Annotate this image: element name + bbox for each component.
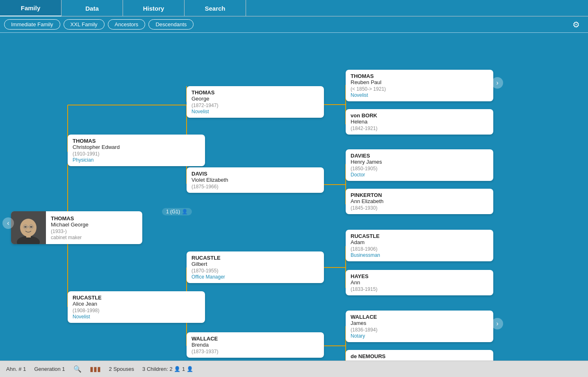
card-gg-matff[interactable]: RUCASTLE Adam (1818-1906) Businessman: [346, 230, 493, 261]
children-count: 3 Children: 2 👤 1 👤: [142, 366, 193, 372]
gg-matmf-arrow[interactable]: ›: [492, 318, 503, 329]
gg-matff-surname: RUCASTLE: [351, 233, 488, 239]
card-mother[interactable]: RUCASTLE Alice Jean (1908-1998) Novelist: [68, 291, 205, 323]
gg-matfm-dates: (1833-1915): [351, 286, 488, 292]
tab-search[interactable]: Search: [185, 0, 246, 16]
mother-occupation: Novelist: [73, 314, 200, 320]
card-gg-patmm[interactable]: PINKERTON Ann Elizabeth (1845-1930): [346, 189, 493, 214]
mat-gm-given: Brenda: [191, 342, 319, 348]
root-dates: (1933-): [51, 228, 89, 234]
nav-left-arrow[interactable]: ‹: [2, 217, 14, 229]
subtab-xxl[interactable]: XXL Family: [64, 19, 105, 30]
pat-gf-occupation: Novelist: [191, 109, 319, 114]
mother-surname: RUCASTLE: [73, 295, 200, 301]
chart-icon[interactable]: ▮▮▮: [90, 365, 101, 373]
gg-patmm-given: Ann Elizabeth: [351, 198, 488, 204]
gg-patmm-surname: PINKERTON: [351, 192, 488, 198]
generation-status: Generation 1: [34, 366, 65, 372]
subtab-descendants[interactable]: Descendants: [148, 19, 194, 30]
father-given: Christopher Edward: [73, 144, 200, 150]
gg-matfm-surname: HAYES: [351, 273, 488, 279]
spouses-count: 2 Spouses: [109, 366, 134, 372]
root-occupation: cabinet maker: [51, 235, 89, 240]
gg-patmf-surname: DAVIES: [351, 153, 488, 159]
gg-matmm-surname: de NEMOURS: [351, 353, 488, 359]
root-surname: THOMAS: [51, 215, 89, 222]
gg-patff-dates: (< 1850-> 1921): [351, 86, 488, 92]
pat-gf-given: George: [191, 96, 319, 102]
father-surname: THOMAS: [73, 138, 200, 144]
generation-label: 1 (G1) 👤: [162, 208, 192, 215]
card-mat-grandfather[interactable]: RUCASTLE Gilbert (1870-1955) Office Mana…: [187, 251, 324, 283]
gg-matfm-given: Ann: [351, 279, 488, 286]
gg-patmf-occupation: Doctor: [351, 172, 488, 178]
mat-gm-dates: (1873-1937): [191, 349, 319, 354]
gg-matmf-dates: (1836-1894): [351, 327, 488, 333]
gg-patff-occupation: Novelist: [351, 92, 488, 98]
tab-data[interactable]: Data: [62, 0, 123, 16]
gg-matff-dates: (1818-1906): [351, 246, 488, 252]
svg-point-22: [30, 226, 32, 228]
mat-gf-surname: RUCASTLE: [191, 255, 319, 261]
mat-gf-occupation: Office Manager: [191, 274, 319, 280]
pat-gm-surname: DAVIS: [191, 171, 319, 177]
father-occupation: Physician: [73, 157, 200, 163]
gg-matmf-occupation: Notary: [351, 333, 488, 339]
father-dates: (1910-1991): [73, 151, 200, 157]
gg-matmf-surname: WALLACE: [351, 314, 488, 320]
settings-icon[interactable]: ⚙: [572, 20, 584, 30]
card-father[interactable]: THOMAS Christopher Edward (1910-1991) Ph…: [68, 135, 205, 166]
card-pat-grandfather[interactable]: THOMAS George (1872-1947) Novelist: [187, 86, 324, 118]
gg-patfm-surname: von BORK: [351, 112, 488, 119]
mat-gf-dates: (1870-1955): [191, 268, 319, 274]
gg-patfm-given: Helena: [351, 119, 488, 125]
root-photo: [11, 211, 46, 244]
tree-area: ‹: [0, 33, 588, 377]
card-pat-grandmother[interactable]: DAVIS Violet Elizabeth (1875-1966): [187, 167, 324, 193]
gg-matmf-given: James: [351, 320, 488, 326]
gg-patmf-given: Henry James: [351, 159, 488, 165]
pat-gf-surname: THOMAS: [191, 89, 319, 96]
mat-gf-given: Gilbert: [191, 261, 319, 267]
gg-patfm-dates: (1842-1921): [351, 126, 488, 131]
status-bar: Ahn. # 1 Generation 1 🔍 ▮▮▮ 2 Spouses 3 …: [0, 361, 588, 377]
svg-point-20: [20, 219, 36, 237]
sub-nav: Immediate Family XXL Family Ancestors De…: [0, 16, 588, 33]
gg-patmm-dates: (1845-1930): [351, 205, 488, 211]
mother-given: Alice Jean: [73, 301, 200, 307]
card-gg-patfm[interactable]: von BORK Helena (1842-1921): [346, 109, 493, 135]
pat-gm-dates: (1875-1966): [191, 184, 319, 190]
pat-gm-given: Violet Elizabeth: [191, 177, 319, 183]
search-status-icon[interactable]: 🔍: [73, 365, 82, 373]
card-mat-grandmother[interactable]: WALLACE Brenda (1873-1937): [187, 332, 324, 358]
gg-patmf-dates: (1850-1905): [351, 166, 488, 171]
gg-patff-surname: THOMAS: [351, 73, 488, 79]
gg-matff-given: Adam: [351, 239, 488, 245]
top-nav: Family Data History Search: [0, 0, 588, 16]
mat-gm-surname: WALLACE: [191, 336, 319, 342]
ahn-number: Ahn. # 1: [6, 366, 26, 372]
subtab-ancestors[interactable]: Ancestors: [108, 19, 146, 30]
tab-family[interactable]: Family: [0, 0, 62, 16]
tab-history[interactable]: History: [123, 0, 185, 16]
mother-dates: (1908-1998): [73, 308, 200, 313]
gg-patff-arrow[interactable]: ›: [492, 77, 503, 89]
pat-gf-dates: (1872-1947): [191, 103, 319, 108]
root-given: Michael George: [51, 222, 89, 228]
gg-matff-occupation: Businessman: [351, 252, 488, 258]
card-gg-patmf[interactable]: DAVIES Henry James (1850-1905) Doctor: [346, 149, 493, 181]
gg-patff-given: Reuben Paul: [351, 79, 488, 85]
svg-point-21: [24, 226, 27, 228]
subtab-immediate[interactable]: Immediate Family: [4, 19, 60, 30]
card-gg-matfm[interactable]: HAYES Ann (1833-1915): [346, 270, 493, 295]
